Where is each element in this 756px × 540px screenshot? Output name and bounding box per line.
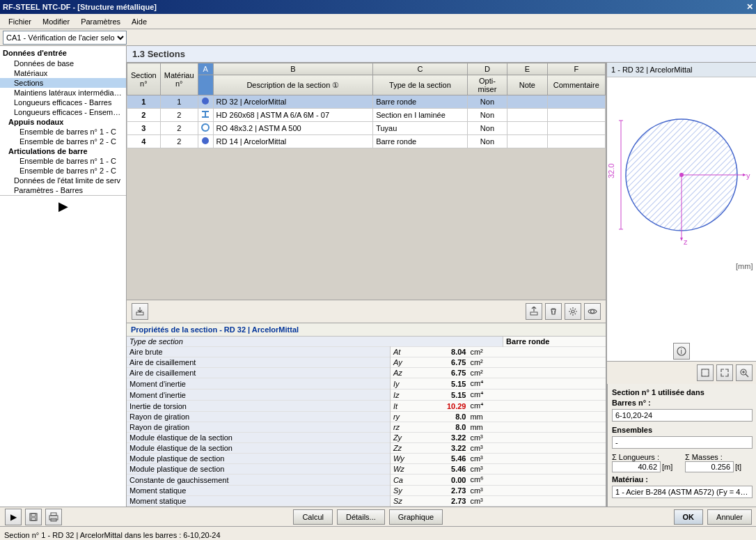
sidebar-item-parametres-barres[interactable]: Paramètres - Barres xyxy=(0,185,126,195)
reset-view-button[interactable] xyxy=(697,364,714,381)
property-row: Aire de cisaillementAz6.75cm² xyxy=(127,368,606,378)
svg-rect-3 xyxy=(202,116,209,118)
print-button[interactable] xyxy=(45,509,62,525)
svg-point-0 xyxy=(202,98,209,105)
table-row[interactable]: 1 1 RD 32 | ArcelorMittal Barre ronde No… xyxy=(127,95,606,109)
calcul-button[interactable]: Calcul xyxy=(293,509,333,525)
sections-table: Section n° Matériau n° A B C D E F xyxy=(127,63,606,148)
property-row: Module plastique de sectionWz5.46cm³ xyxy=(127,464,606,475)
property-row: Moment statiqueSy2.73cm³ xyxy=(127,486,606,496)
info-panel: Section n° 1 utilisée dans Barres n° : 6… xyxy=(607,384,756,507)
col-b-header: B xyxy=(213,63,373,75)
toolbar-left xyxy=(131,303,149,320)
graphique-button[interactable]: Graphique xyxy=(389,509,443,525)
section-header: 1.3 Sections xyxy=(127,46,756,63)
sum-masses-label: Σ Masses : 0.256 [t] xyxy=(685,453,753,472)
col-c-header: C xyxy=(373,63,468,75)
preview-panel: 1 - RD 32 | ArcelorMittal xyxy=(606,63,756,507)
action-bar: ▶ Calcul Détails... Graphique OK Annuler xyxy=(0,507,756,526)
content-split: Section n° Matériau n° A B C D E F xyxy=(127,63,756,507)
col-a-header: A xyxy=(198,63,213,75)
svg-rect-7 xyxy=(530,312,537,315)
ensembles-label: Ensembles xyxy=(612,426,753,434)
sidebar-expand-icon[interactable]: ▶ xyxy=(58,199,68,214)
sum-masses-text: Σ Masses : xyxy=(685,453,753,461)
zoom-fit-button[interactable] xyxy=(716,364,733,381)
sum-longueurs-row: 40.62 [m] xyxy=(612,461,679,472)
sidebar-item-appuis-nodaux: Appuis nodaux xyxy=(0,117,126,127)
sidebar-section-title: Données d'entrée xyxy=(0,47,126,59)
action-bar-left: ▶ xyxy=(4,509,63,525)
save-button[interactable] xyxy=(25,509,42,525)
svg-text:y: y xyxy=(746,171,750,180)
sidebar-item-donnees-base[interactable]: Données de base xyxy=(0,59,126,68)
svg-text:i: i xyxy=(681,347,682,355)
property-row: Rayon de girationry8.0mm xyxy=(127,412,606,422)
svg-text:32.0: 32.0 xyxy=(607,164,615,178)
property-row: Aire de cisaillementAy6.75cm² xyxy=(127,357,606,368)
ok-button[interactable]: OK xyxy=(674,509,704,525)
materiau-label: Matériau : xyxy=(612,475,753,484)
svg-rect-27 xyxy=(702,369,709,376)
preview-toolbar xyxy=(607,361,756,384)
menu-parametres[interactable]: Paramètres xyxy=(75,16,126,27)
sections-table-container[interactable]: Section n° Matériau n° A B C D E F xyxy=(127,63,606,300)
sidebar-item-barres1[interactable]: Ensemble de barres n° 1 - C xyxy=(0,127,126,137)
col-d-header: D xyxy=(467,63,507,75)
sidebar-item-maintiens[interactable]: Maintiens latéraux intermédiaires xyxy=(0,88,126,98)
annuler-button[interactable]: Annuler xyxy=(707,509,752,525)
menu-aide[interactable]: Aide xyxy=(126,16,152,27)
property-row: Constante de gauchissementCa0.00cm⁶ xyxy=(127,475,606,486)
longueurs-value: 40.62 xyxy=(612,461,661,472)
export-button[interactable] xyxy=(526,303,542,320)
action-bar-right: OK Annuler xyxy=(674,509,752,525)
details-button[interactable]: Détails... xyxy=(337,509,385,525)
zoom-button[interactable] xyxy=(736,364,753,381)
svg-text:[mm]: [mm] xyxy=(736,262,753,270)
col-mat-header: Matériau n° xyxy=(160,63,198,95)
property-row: Inertie de torsionIt10.29cm⁴ xyxy=(127,401,606,412)
masses-unit: [t] xyxy=(735,463,741,471)
sidebar-item-articulations: Articulations de barre xyxy=(0,146,126,156)
play-button[interactable]: ▶ xyxy=(5,509,22,525)
properties-panel: Propriétés de la section - RD 32 | Arcel… xyxy=(127,323,606,507)
sidebar-item-barres2[interactable]: Ensemble de barres n° 2 - C xyxy=(0,137,126,146)
sidebar-item-materiaux[interactable]: Matériaux xyxy=(0,68,126,78)
menu-modifier[interactable]: Modifier xyxy=(37,16,75,27)
settings-button[interactable] xyxy=(565,303,581,320)
menu-fichier[interactable]: Fichier xyxy=(3,16,37,27)
barres-label: Barres n° : xyxy=(612,399,753,407)
sidebar: Données d'entrée Données de base Matéria… xyxy=(0,46,127,507)
info-button[interactable]: i xyxy=(673,343,690,360)
property-row: Moment statiqueSz2.73cm³ xyxy=(127,496,606,507)
sum-row: Σ Longueurs : 40.62 [m] Σ Masses : 0.256… xyxy=(612,453,753,472)
table-row[interactable]: 2 2 HD 260x68 | ASTM A 6/A 6M - 07 Secti… xyxy=(127,109,606,122)
view-button[interactable] xyxy=(584,303,601,320)
menu-bar: Fichier Modifier Paramètres Aide xyxy=(0,14,756,29)
ca-dropdown[interactable]: CA1 - Vérification de l'acier selo xyxy=(3,31,127,45)
sidebar-item-artic-barres2[interactable]: Ensemble de barres n° 2 - C xyxy=(0,166,126,176)
sidebar-item-longueurs-ensembles[interactable]: Longueurs efficaces - Ensembles xyxy=(0,107,126,117)
svg-point-8 xyxy=(572,310,574,313)
svg-rect-2 xyxy=(205,112,206,116)
table-row[interactable]: 4 2 RD 14 | ArcelorMittal Barre ronde No… xyxy=(127,135,606,148)
main-layout: Données d'entrée Données de base Matéria… xyxy=(0,46,756,507)
import-button[interactable] xyxy=(132,303,148,320)
sidebar-item-sections[interactable]: Sections xyxy=(0,78,126,88)
col-e-header: E xyxy=(507,63,547,75)
sidebar-item-etat-limite[interactable]: Données de l'état limite de serv xyxy=(0,176,126,185)
masses-value: 0.256 xyxy=(685,461,734,472)
sidebar-item-longueurs-barres[interactable]: Longueurs efficaces - Barres xyxy=(0,98,126,107)
svg-point-4 xyxy=(202,124,209,131)
properties-table: Type de sectionBarre rondeAire bruteAt8.… xyxy=(127,337,606,507)
table-row[interactable]: 3 2 RO 48x3.2 | ASTM A 500 Tuyau Non xyxy=(127,122,606,135)
delete-button[interactable] xyxy=(545,303,562,320)
property-row: Rayon de girationrz8.0mm xyxy=(127,422,606,433)
sum-masses-row: 0.256 [t] xyxy=(685,461,753,472)
svg-line-29 xyxy=(746,374,748,377)
title-text: RF-STEEL NTC-DF - [Structure métallique] xyxy=(3,3,157,11)
col-f-header: F xyxy=(547,63,606,75)
close-icon[interactable]: ✕ xyxy=(746,2,753,12)
sidebar-item-artic-barres1[interactable]: Ensemble de barres n° 1 - C xyxy=(0,156,126,166)
col-e-sub: Note xyxy=(507,75,547,95)
